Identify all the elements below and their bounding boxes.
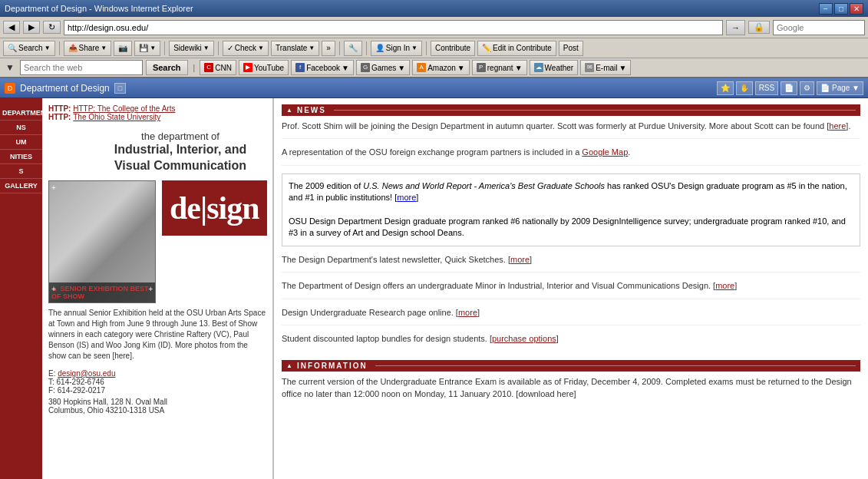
check-icon: ✓: [227, 44, 233, 52]
more-link-2[interactable]: more: [510, 255, 530, 264]
links-bar: | C CNN ▶ YouTube f Facebook ▼ G Games ▼…: [191, 60, 632, 75]
news-header-line: [334, 110, 856, 111]
information-section: INFORMATION The current version of the U…: [282, 360, 860, 406]
separator3: [218, 41, 219, 55]
sidewiki-button[interactable]: Sidewiki ▼: [169, 41, 214, 56]
news-item-5: Design Undergraduate Research page onlin…: [282, 307, 860, 325]
right-content: NEWS Prof. Scott Shim will be joining th…: [272, 98, 868, 479]
address-input[interactable]: [64, 20, 723, 35]
exhibition-description: The annual Senior Exhibition held at the…: [48, 303, 266, 366]
email-icon: ✉: [585, 63, 594, 72]
more-tools-button[interactable]: »: [322, 41, 335, 56]
tools-button[interactable]: 🔧: [344, 41, 362, 56]
google-search-input[interactable]: [773, 20, 865, 35]
facebook-link[interactable]: f Facebook ▼: [291, 60, 354, 75]
sidebar-item-nities[interactable]: NITIES: [0, 150, 42, 164]
minimize-button[interactable]: −: [819, 3, 833, 15]
page-nav-button[interactable]: □: [114, 83, 126, 94]
close-button[interactable]: ✕: [850, 3, 863, 15]
forward-button[interactable]: ▶: [23, 21, 40, 34]
email-link[interactable]: ✉ E-mail ▼: [580, 60, 631, 75]
news-item-6: Student discounted laptop bundles for de…: [282, 333, 860, 351]
main-content: DEPARTMENT NS UM NITIES S GALLERY HTTP: …: [0, 98, 868, 479]
rss-button[interactable]: RSS: [755, 81, 779, 95]
address-info: 380 Hopkins Hall, 128 N. Oval Mall Colum…: [48, 398, 266, 415]
games-icon: G: [361, 63, 370, 72]
back-button[interactable]: ◀: [3, 21, 20, 34]
search-toggle-icon[interactable]: ▼: [3, 61, 17, 74]
contact-info: E: design@osu.edu T: 614-292-6746 F: 614…: [48, 369, 266, 395]
more-link-3[interactable]: more: [715, 281, 734, 290]
purchase-link[interactable]: purchase options: [492, 334, 556, 343]
design-logo: de|sign: [162, 180, 267, 236]
more-link-1[interactable]: more: [397, 193, 416, 202]
email-link-contact[interactable]: design@osu.edu: [58, 369, 115, 378]
games-link[interactable]: G Games ▼: [356, 60, 410, 75]
youtube-link[interactable]: ▶ YouTube: [239, 60, 289, 75]
maximize-button[interactable]: □: [834, 3, 848, 15]
news-item-3: The Design Department's latest newslette…: [282, 254, 860, 273]
security-button[interactable]: 🔒: [748, 21, 770, 34]
more-link-4[interactable]: more: [458, 308, 477, 317]
dept-tagline: the department of: [94, 130, 266, 142]
save-button[interactable]: 💾 ▼: [134, 41, 160, 56]
print-button[interactable]: 📄: [781, 81, 797, 95]
contribute-button[interactable]: Contribute: [431, 41, 475, 56]
pregnant-link[interactable]: P regnant ▼: [472, 60, 527, 75]
contact-email: E: design@osu.edu: [48, 369, 266, 378]
settings-button[interactable]: ⚙: [800, 81, 814, 95]
news-item-4: The Department of Design offers an under…: [282, 280, 860, 299]
links-separator: |: [193, 64, 196, 72]
cnn-link[interactable]: C CNN: [200, 60, 236, 75]
page-title: Department of Design: [20, 83, 110, 94]
share-button[interactable]: 📤 Share ▼: [64, 41, 112, 56]
page-favicon: D: [5, 83, 15, 94]
osu-link[interactable]: The Ohio State University: [73, 113, 160, 121]
email-dropdown-icon: ▼: [619, 64, 627, 72]
google-map-link[interactable]: Google Map: [582, 147, 628, 157]
dept-full-name: Industrial, Interior, and Visual Communi…: [94, 142, 266, 174]
exhibition-photo: ▲ SENIOR EXHIBITION BEST OF SHOW + + +: [48, 180, 156, 303]
amazon-dropdown-icon: ▼: [457, 64, 465, 72]
weather-link[interactable]: ☁ Weather: [530, 60, 579, 75]
sidebar-item-gallery[interactable]: GALLERY: [0, 179, 42, 193]
here-link-1[interactable]: here: [829, 121, 846, 130]
college-arts-link[interactable]: HTTP: The College of the Arts: [73, 104, 175, 113]
camera-button[interactable]: 📷: [114, 41, 132, 56]
hand-tool-button[interactable]: ✋: [736, 81, 753, 95]
translate-button[interactable]: Translate ▼: [271, 41, 319, 56]
separator2: [164, 41, 165, 55]
left-sidebar: DEPARTMENT NS UM NITIES S GALLERY: [0, 98, 42, 479]
pregnant-icon: P: [477, 63, 486, 72]
edit-button[interactable]: ✏️ Edit in Contribute: [477, 41, 556, 56]
address-bar: ◀ ▶ ↻ → 🔒: [0, 17, 868, 38]
amazon-link[interactable]: A Amazon ▼: [412, 60, 470, 75]
games-dropdown-icon: ▼: [398, 64, 405, 72]
go-button[interactable]: →: [726, 20, 745, 35]
weather-icon: ☁: [534, 63, 543, 72]
news-item-1: Prof. Scott Shim will be joining the Des…: [282, 121, 860, 139]
sidebar-item-department[interactable]: DEPARTMENT: [0, 106, 42, 121]
search-toolbar-button[interactable]: 🔍 Search ▼: [3, 41, 55, 56]
page-title-section: D Department of Design □: [5, 83, 126, 94]
edit-icon: ✏️: [482, 44, 491, 52]
facebook-dropdown-icon: ▼: [342, 64, 349, 72]
exhibition-title: ▲ SENIOR EXHIBITION BEST OF SHOW: [51, 285, 153, 300]
signin-button[interactable]: 👤 Sign In ▼: [371, 41, 422, 56]
search-web-input[interactable]: [20, 60, 143, 75]
separator6: [426, 41, 427, 55]
search-submit-button[interactable]: Search: [146, 60, 188, 75]
sidebar-item-s[interactable]: S: [0, 164, 42, 179]
facebook-icon: f: [295, 63, 305, 72]
post-button[interactable]: Post: [559, 41, 583, 56]
window-controls[interactable]: − □ ✕: [819, 3, 863, 15]
refresh-button[interactable]: ↻: [43, 21, 61, 34]
address-line2: Columbus, Ohio 43210-1318 USA: [48, 406, 266, 415]
sidebar-item-ns[interactable]: NS: [0, 121, 42, 135]
pregnant-dropdown-icon: ▼: [515, 64, 523, 72]
favorites-button[interactable]: ⭐: [717, 81, 734, 95]
separator: [59, 41, 60, 55]
check-button[interactable]: ✓ Check ▼: [223, 41, 269, 56]
sidebar-item-um[interactable]: UM: [0, 135, 42, 150]
page-menu-button[interactable]: 📄 Page ▼: [817, 81, 863, 95]
